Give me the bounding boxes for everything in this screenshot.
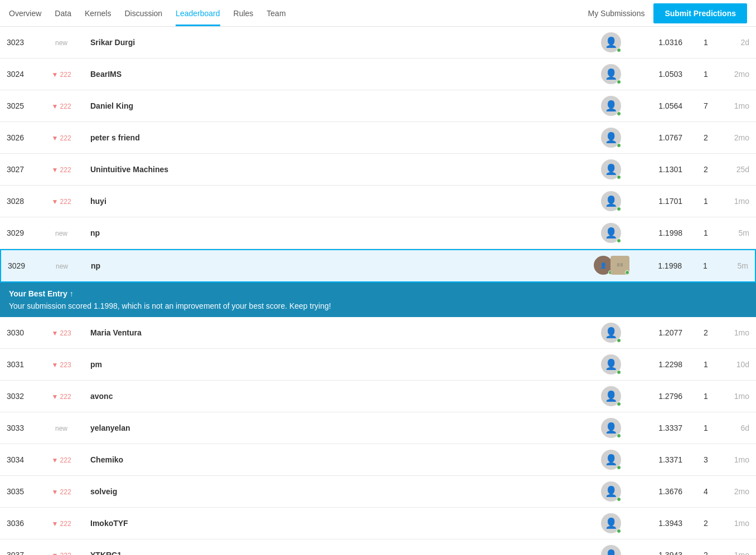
avatar-2: ⠿⠿ xyxy=(610,256,629,275)
last-cell: 1mo xyxy=(723,381,756,412)
avatar: 👤 xyxy=(601,545,621,555)
rank-cell: 3026 xyxy=(0,122,39,154)
avatar-wrapper-2: ⠿⠿ xyxy=(610,256,626,276)
change-cell: ▼ 222 xyxy=(39,476,84,508)
team-cell: avonc xyxy=(84,381,589,412)
rank-cell: 3036 xyxy=(0,508,39,539)
current-user-row: 3029 new np 👤 ⠿⠿ xyxy=(1,250,755,282)
change-cell: ▼ 222 xyxy=(39,122,84,154)
entries-cell: 2 xyxy=(689,122,723,154)
nav-item-kernels[interactable]: Kernels xyxy=(85,0,111,26)
rank-cell: 3028 xyxy=(0,186,39,217)
change-cell: ▼ 222 xyxy=(39,90,84,122)
last-cell: 6d xyxy=(723,412,756,444)
team-cell: ImokoTYF xyxy=(84,508,589,539)
last-cell: 25d xyxy=(723,154,756,186)
entries-cell: 2 xyxy=(689,539,723,556)
highlighted-row-table: 3029 new np 👤 ⠿⠿ xyxy=(0,249,756,283)
online-dot xyxy=(617,111,621,116)
team-cell: Maria Ventura xyxy=(84,317,589,349)
avatar: 👤 xyxy=(601,386,621,406)
table-row: 3029newnp👤1.199815m xyxy=(0,217,756,249)
change-cell: ▼ 222 xyxy=(39,186,84,217)
avatar: 👤 xyxy=(601,96,621,116)
change-label: ▼ 222 xyxy=(51,552,71,556)
last-cell: 1mo xyxy=(723,90,756,122)
avatar-wrapper-1: 👤 xyxy=(594,256,609,276)
table-row: 3036▼ 222ImokoTYF👤1.394321mo xyxy=(0,508,756,539)
team-cell: yelanyelan xyxy=(84,412,589,444)
leaderboard-table: 3023newSrikar Durgi👤1.031612d3024▼ 222Be… xyxy=(0,27,756,249)
rank-cell: 3032 xyxy=(0,381,39,412)
avatar: 👤 xyxy=(601,323,621,343)
change-cell: ▼ 222 xyxy=(39,59,84,90)
team-cell: YTKRC1 xyxy=(84,539,589,556)
table-row: 3024▼ 222BearIMS👤1.050312mo xyxy=(0,59,756,90)
change-cell: ▼ 222 xyxy=(39,539,84,556)
table-row: 3031▼ 223pm👤1.2298110d xyxy=(0,349,756,381)
online-dot xyxy=(617,175,621,179)
online-dot xyxy=(617,80,621,84)
change-label: ▼ 223 xyxy=(51,329,71,337)
score-cell: 1.1998 xyxy=(633,250,689,282)
table-row: 3033newyelanyelan👤1.333716d xyxy=(0,412,756,444)
score-cell: 1.3676 xyxy=(633,476,689,508)
nav-item-rules[interactable]: Rules xyxy=(234,0,254,26)
score-cell: 1.2796 xyxy=(633,381,689,412)
submit-predictions-button[interactable]: Submit Predictions xyxy=(653,3,747,23)
avatar-group: 👤 ⠿⠿ xyxy=(594,256,626,276)
table-row: 3034▼ 222Chemiko👤1.337131mo xyxy=(0,444,756,476)
avatar: 👤 xyxy=(601,128,621,148)
avatar-1: 👤 xyxy=(594,256,613,275)
avatar-wrapper: 👤 xyxy=(601,159,621,179)
change-label: ▼ 223 xyxy=(51,361,71,369)
score-cell: 1.3371 xyxy=(633,444,689,476)
avatar-wrapper: 👤 xyxy=(601,323,621,343)
online-dot xyxy=(617,465,621,470)
avatar-cell: 👤 ⠿⠿ xyxy=(587,250,633,282)
avatar-wrapper: 👤 xyxy=(601,418,621,438)
team-cell: Srikar Durgi xyxy=(84,27,589,59)
nav-item-discussion[interactable]: Discussion xyxy=(124,0,162,26)
change-cell: ▼ 222 xyxy=(39,444,84,476)
rank-cell: 3033 xyxy=(0,412,39,444)
nav-item-leaderboard[interactable]: Leaderboard xyxy=(176,0,220,26)
change-cell: new xyxy=(40,250,84,282)
team-cell: pm xyxy=(84,349,589,381)
rank-cell: 3030 xyxy=(0,317,39,349)
score-cell: 1.0316 xyxy=(633,27,689,59)
avatar: 👤 xyxy=(601,418,621,438)
rank-cell: 3037 xyxy=(0,539,39,556)
avatar: 👤 xyxy=(601,354,621,374)
avatar-cell: 👤 xyxy=(589,412,633,444)
avatar: 👤 xyxy=(601,191,621,211)
nav-item-team[interactable]: Team xyxy=(266,0,285,26)
change-label: ▼ 222 xyxy=(51,166,71,174)
avatar-wrapper: 👤 xyxy=(601,513,621,533)
score-cell: 1.3337 xyxy=(633,412,689,444)
top-nav: Overview Data Kernels Discussion Leaderb… xyxy=(0,0,756,27)
last-cell: 1mo xyxy=(723,186,756,217)
score-cell: 1.3943 xyxy=(633,539,689,556)
team-cell: np xyxy=(84,217,589,249)
change-label: new xyxy=(55,425,67,432)
entries-cell: 1 xyxy=(689,349,723,381)
score-cell: 1.1301 xyxy=(633,154,689,186)
score-cell: 1.0564 xyxy=(633,90,689,122)
my-submissions-link[interactable]: My Submissions xyxy=(588,9,645,18)
leaderboard-table-below: 3030▼ 223Maria Ventura👤1.207721mo3031▼ 2… xyxy=(0,317,756,555)
team-cell: Chemiko xyxy=(84,444,589,476)
entries-cell: 1 xyxy=(689,250,722,282)
team-cell: np xyxy=(84,250,587,282)
avatar: 👤 xyxy=(601,450,621,470)
nav-item-overview[interactable]: Overview xyxy=(9,0,41,26)
avatar: 👤 xyxy=(601,481,621,502)
score-cell: 1.1701 xyxy=(633,186,689,217)
change-cell: ▼ 222 xyxy=(39,154,84,186)
avatar: 👤 xyxy=(601,513,621,533)
nav-item-data[interactable]: Data xyxy=(55,0,71,26)
online-dot xyxy=(617,338,621,343)
entries-cell: 1 xyxy=(689,412,723,444)
avatar-cell: 👤 xyxy=(589,122,633,154)
avatar-cell: 👤 xyxy=(589,90,633,122)
